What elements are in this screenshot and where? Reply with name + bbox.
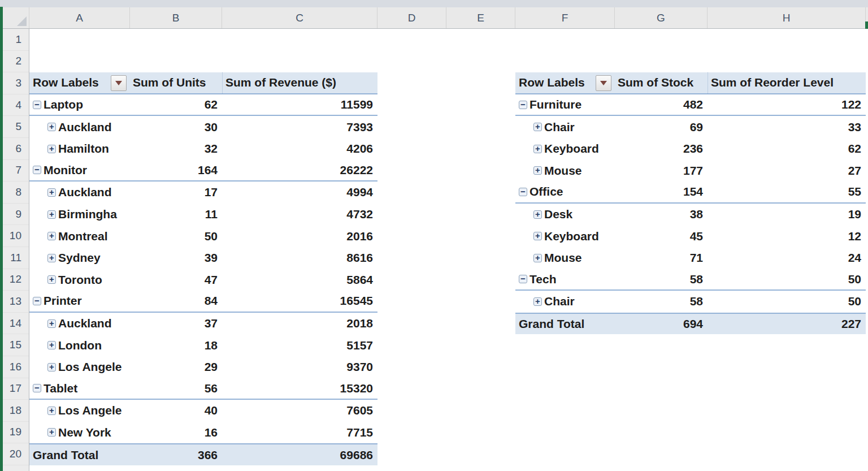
row-header-17[interactable]: 17 bbox=[3, 378, 29, 400]
column-header-d[interactable]: D bbox=[377, 7, 446, 28]
value-cell[interactable]: 154 bbox=[615, 182, 708, 202]
value-cell[interactable]: 58 bbox=[615, 269, 708, 290]
expand-icon[interactable]: + bbox=[47, 275, 56, 284]
value-cell[interactable]: 30 bbox=[130, 116, 222, 138]
column-header-a[interactable]: A bbox=[29, 7, 130, 28]
row-label-cell[interactable]: Grand Total bbox=[515, 314, 615, 335]
expand-icon[interactable]: + bbox=[47, 341, 56, 349]
collapse-icon[interactable]: − bbox=[33, 166, 41, 174]
collapse-icon[interactable]: − bbox=[519, 275, 527, 283]
value-cell[interactable]: 236 bbox=[615, 138, 708, 160]
sum-of-units-header-cell[interactable]: Sum of Units bbox=[130, 72, 222, 93]
value-cell[interactable]: 32 bbox=[130, 138, 222, 160]
row-label-cell[interactable]: −Monitor bbox=[29, 160, 130, 181]
row-label-cell[interactable]: −Furniture bbox=[515, 94, 615, 115]
expand-icon[interactable]: + bbox=[47, 254, 56, 262]
sum-of-revenue-header-cell[interactable]: Sum of Revenue ($) bbox=[222, 72, 377, 93]
value-cell[interactable]: 62 bbox=[708, 138, 866, 160]
value-cell[interactable]: 16 bbox=[130, 422, 222, 444]
sum-of-reorder-level-header-cell[interactable]: Sum of Reorder Level bbox=[708, 72, 866, 93]
row-label-cell[interactable]: +Montreal bbox=[29, 225, 130, 247]
row-label-cell[interactable]: +London bbox=[29, 334, 130, 356]
row-label-cell[interactable]: +Los Angele bbox=[29, 400, 130, 422]
row-label-cell[interactable]: −Office bbox=[515, 182, 615, 202]
expand-icon[interactable]: + bbox=[533, 254, 542, 262]
value-cell[interactable]: 69 bbox=[615, 116, 708, 138]
column-header-c[interactable]: C bbox=[222, 7, 377, 28]
row-label-cell[interactable]: +Sydney bbox=[29, 247, 130, 269]
row-header-3[interactable]: 3 bbox=[3, 72, 29, 94]
collapse-icon[interactable]: − bbox=[33, 297, 41, 305]
value-cell[interactable]: 5864 bbox=[222, 269, 377, 291]
row-header-6[interactable]: 6 bbox=[3, 138, 29, 160]
value-cell[interactable]: 164 bbox=[130, 160, 222, 181]
value-cell[interactable]: 8616 bbox=[222, 247, 377, 269]
expand-icon[interactable]: + bbox=[533, 210, 542, 219]
expand-icon[interactable]: + bbox=[47, 428, 56, 437]
expand-icon[interactable]: + bbox=[533, 166, 542, 175]
value-cell[interactable]: 45 bbox=[615, 225, 708, 247]
collapse-icon[interactable]: − bbox=[33, 101, 41, 109]
value-cell[interactable]: 55 bbox=[708, 182, 866, 202]
row-label-cell[interactable]: +Desk bbox=[515, 204, 615, 226]
row-label-cell[interactable]: −Printer bbox=[29, 291, 130, 312]
value-cell[interactable]: 71 bbox=[615, 247, 708, 269]
value-cell[interactable]: 7605 bbox=[222, 400, 377, 422]
expand-icon[interactable]: + bbox=[533, 232, 542, 240]
value-cell[interactable]: 17 bbox=[130, 182, 222, 204]
row-header-19[interactable]: 19 bbox=[3, 422, 29, 444]
row-header-10[interactable]: 10 bbox=[3, 225, 29, 247]
expand-icon[interactable]: + bbox=[47, 407, 56, 415]
expand-icon[interactable]: + bbox=[533, 297, 542, 306]
value-cell[interactable]: 122 bbox=[708, 94, 866, 115]
value-cell[interactable]: 482 bbox=[615, 94, 708, 115]
column-header-f[interactable]: F bbox=[515, 7, 615, 28]
value-cell[interactable]: 11599 bbox=[222, 94, 377, 115]
value-cell[interactable]: 62 bbox=[130, 94, 222, 115]
value-cell[interactable]: 24 bbox=[708, 247, 866, 269]
value-cell[interactable]: 12 bbox=[708, 225, 866, 247]
column-header-h[interactable]: H bbox=[708, 7, 866, 28]
value-cell[interactable]: 39 bbox=[130, 247, 222, 269]
value-cell[interactable]: 37 bbox=[130, 313, 222, 335]
value-cell[interactable]: 40 bbox=[130, 400, 222, 422]
row-label-cell[interactable]: −Tech bbox=[515, 269, 615, 290]
value-cell[interactable]: 11 bbox=[130, 204, 222, 226]
value-cell[interactable]: 27 bbox=[708, 160, 866, 182]
value-cell[interactable]: 16545 bbox=[222, 291, 377, 312]
row-labels-header-cell[interactable]: Row Labels bbox=[515, 72, 615, 93]
expand-icon[interactable]: + bbox=[47, 210, 56, 219]
value-cell[interactable]: 177 bbox=[615, 160, 708, 182]
value-cell[interactable]: 2018 bbox=[222, 313, 377, 335]
row-label-cell[interactable]: +Keyboard bbox=[515, 138, 615, 160]
row-header-11[interactable]: 11 bbox=[3, 247, 29, 269]
value-cell[interactable]: 366 bbox=[130, 444, 222, 465]
row-label-cell[interactable]: +Hamilton bbox=[29, 138, 130, 160]
row-label-cell[interactable]: +Toronto bbox=[29, 269, 130, 291]
row-label-cell[interactable]: +Birmingha bbox=[29, 204, 130, 226]
row-label-cell[interactable]: +Auckland bbox=[29, 313, 130, 335]
value-cell[interactable]: 38 bbox=[615, 204, 708, 226]
value-cell[interactable]: 694 bbox=[615, 314, 708, 335]
value-cell[interactable]: 4206 bbox=[222, 138, 377, 160]
value-cell[interactable]: 84 bbox=[130, 291, 222, 312]
filter-dropdown-button[interactable] bbox=[111, 75, 127, 91]
filter-dropdown-button[interactable] bbox=[596, 75, 611, 91]
value-cell[interactable]: 227 bbox=[708, 314, 866, 335]
row-header-2[interactable]: 2 bbox=[3, 51, 29, 73]
value-cell[interactable]: 47 bbox=[130, 269, 222, 291]
sum-of-stock-header-cell[interactable]: Sum of Stock bbox=[615, 72, 708, 93]
row-label-cell[interactable]: Grand Total bbox=[29, 444, 130, 465]
expand-icon[interactable]: + bbox=[47, 363, 56, 371]
row-header-7[interactable]: 7 bbox=[3, 160, 29, 182]
value-cell[interactable]: 56 bbox=[130, 378, 222, 399]
value-cell[interactable]: 18 bbox=[130, 334, 222, 356]
row-header-14[interactable]: 14 bbox=[3, 313, 29, 335]
row-label-cell[interactable]: +Auckland bbox=[29, 182, 130, 204]
value-cell[interactable]: 19 bbox=[708, 204, 866, 226]
row-label-cell[interactable]: −Tablet bbox=[29, 378, 130, 399]
row-label-cell[interactable]: +Los Angele bbox=[29, 356, 130, 378]
row-label-cell[interactable]: +New York bbox=[29, 422, 130, 444]
row-header-16[interactable]: 16 bbox=[3, 356, 29, 378]
collapse-icon[interactable]: − bbox=[519, 188, 527, 196]
